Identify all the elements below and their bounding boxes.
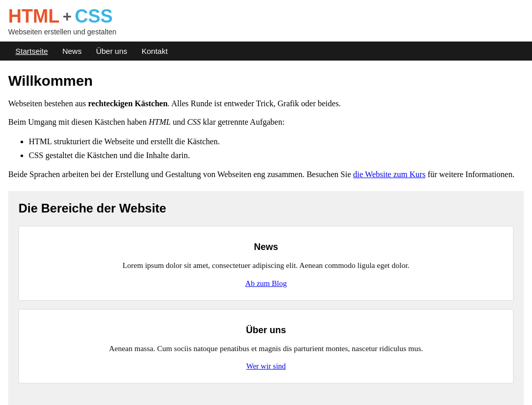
sections-area: Die Bereiche der Website News Lorem ipsu… [8,191,524,405]
site-tagline: Webseiten erstellen und gestalten [8,28,524,36]
nav-link-news[interactable]: News [55,42,89,61]
section-card-news: News Lorem ipsum dolor sit amet, consect… [18,226,514,301]
para3-link[interactable]: die Website zum Kurs [353,170,426,179]
logo-html: HTML [8,7,60,26]
nav-link-startseite[interactable]: Startseite [8,42,55,61]
para2-em1: HTML [149,118,171,126]
feature-list-item-1: HTML strukturiert die Webseite und erste… [29,134,524,148]
intro-paragraph-2: Beim Umgang mit diesen Kästchen haben HT… [8,116,524,128]
main-content: Willkommen Webseiten bestehen aus rechte… [0,61,532,405]
para2-mid: und [170,118,187,126]
feature-list: HTML strukturiert die Webseite und erste… [29,134,524,162]
intro-paragraph-1: Webseiten bestehen aus rechteckigen Käst… [8,98,524,110]
feature-list-item-2: CSS gestaltet die Kästchen und die Inhal… [29,148,524,162]
section-card-ueber-uns-link[interactable]: Wer wir sind [246,362,286,370]
nav-link-ueber-uns[interactable]: Über uns [89,42,135,61]
sections-heading: Die Bereiche der Website [18,201,514,216]
para3-suffix: für weitere Informationen. [426,170,515,179]
nav-link-kontakt[interactable]: Kontakt [135,42,175,61]
section-card-news-link[interactable]: Ab zum Blog [245,279,287,287]
logo-css: CSS [75,7,113,26]
page-heading: Willkommen [8,73,524,89]
nav-item-ueber-uns[interactable]: Über uns [89,42,135,61]
para3-prefix: Beide Sprachen arbeiten bei der Erstellu… [8,170,353,179]
para2-suffix: klar getrennte Aufgaben: [201,118,284,126]
intro-paragraph-3: Beide Sprachen arbeiten bei der Erstellu… [8,168,524,181]
nav-item-news[interactable]: News [55,42,89,61]
logo-plus: + [63,9,72,24]
para2-em2: CSS [187,118,201,126]
site-header: HTML + CSS Webseiten erstellen und gesta… [0,0,532,42]
section-card-ueber-uns-title: Über uns [29,325,503,336]
para1-prefix: Webseiten bestehen aus [8,99,88,108]
para2-prefix: Beim Umgang mit diesen Kästchen haben [8,118,149,126]
nav-item-kontakt[interactable]: Kontakt [135,42,175,61]
site-logo: HTML + CSS [8,7,524,26]
section-card-news-title: News [29,242,503,253]
para1-suffix: . Alles Runde ist entweder Trick, Grafik… [167,99,340,108]
section-card-ueber-uns: Über uns Aenean massa. Cum sociis natoqu… [18,309,514,384]
section-card-ueber-uns-description: Aenean massa. Cum sociis natoque penatib… [29,343,503,355]
main-nav: Startseite News Über uns Kontakt [0,42,532,61]
para1-bold: rechteckigen Kästchen [88,99,168,108]
nav-item-startseite[interactable]: Startseite [8,42,55,61]
section-card-news-description: Lorem ipsum dolor sit amet, consectetuer… [29,260,503,272]
